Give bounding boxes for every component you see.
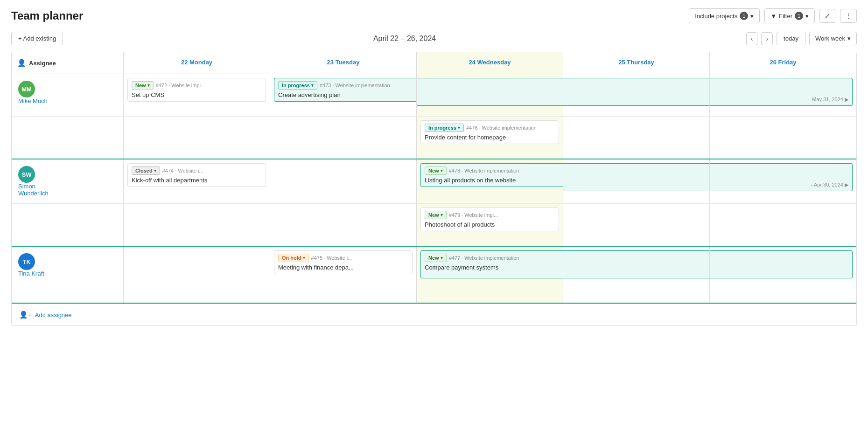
expand-icon: ⤢: [825, 12, 830, 20]
task-472-title: Set up CMS: [132, 91, 262, 98]
today-label: today: [784, 35, 798, 42]
task-478-header: New ▾ #478 · Website implementation: [425, 166, 559, 175]
assignee-section-tk: TK Tina Kraft On hold ▾ #475 · Website i…: [12, 247, 856, 304]
add-existing-label: + Add existing: [18, 35, 56, 42]
sw-tue-cell: [270, 159, 417, 203]
task-479-status[interactable]: New ▾: [425, 211, 447, 219]
tk-assignee-cell: TK Tina Kraft: [12, 247, 124, 303]
task-479-header: New ▾ #479 · Website impl...: [425, 211, 555, 219]
tk-thu-cell: [563, 247, 710, 303]
sub-header: + Add existing April 22 – 26, 2024 ‹ › t…: [0, 28, 868, 52]
mm-mon-cell: New ▾ #472 · Website impl... Set up CMS: [124, 74, 270, 116]
col-header-fri: 26 Friday: [710, 52, 856, 74]
add-assignee-label: Add assignee: [35, 311, 72, 318]
sw-row2-assignee: [12, 204, 124, 246]
task-478-title: Listing all products on the website: [425, 177, 559, 184]
task-474-header: Closed ▾ #474 · Website i...: [132, 166, 262, 175]
task-475-id: #475 · Website i...: [311, 255, 352, 261]
mm-name[interactable]: Mike Moch: [18, 97, 48, 104]
sw-mon-cell: Closed ▾ #474 · Website i... Kick-off wi…: [124, 159, 270, 203]
prev-button[interactable]: ‹: [746, 32, 758, 45]
mm-row2-fri: [710, 117, 856, 159]
filter-icon: ▼: [770, 13, 777, 20]
add-assignee-icon: 👤+: [19, 311, 32, 319]
include-projects-arrow: ▾: [750, 13, 754, 20]
task-477-id: #477 · Website implementation: [449, 255, 519, 261]
add-existing-button[interactable]: + Add existing: [11, 32, 63, 45]
sw-name[interactable]: Simon Wunderlich: [18, 183, 49, 197]
tk-row-1: TK Tina Kraft On hold ▾ #475 · Website i…: [12, 247, 856, 303]
task-477-status[interactable]: New ▾: [425, 254, 447, 262]
task-474-id: #474 · Website i...: [162, 168, 203, 173]
more-options-button[interactable]: ⋮: [840, 9, 857, 23]
task-473-title: Create advertising plan: [278, 91, 413, 98]
task-473-id: #473 · Website implementation: [320, 83, 390, 88]
sw-row2-thu: [563, 204, 710, 246]
tk-name[interactable]: Tina Kraft: [18, 270, 44, 277]
task-472-id: #472 · Website impl...: [156, 83, 205, 88]
sw-thu-cell: [563, 159, 710, 203]
task-479-title: Photoshoot of all products: [425, 221, 555, 228]
assignee-section-mm: MM Mike Moch New ▾ #472 · Website impl..…: [12, 74, 856, 159]
task-476-id: #476 · Website implementation: [466, 125, 537, 131]
sw-row2-mon: [124, 204, 270, 246]
view-arrow: ▾: [847, 35, 851, 42]
col-header-mon: 22 Monday: [124, 52, 270, 74]
include-projects-badge: 1: [740, 12, 748, 20]
sw-row-2: New ▾ #479 · Website impl... Photoshoot …: [12, 203, 856, 246]
include-projects-button[interactable]: Include projects 1 ▾: [689, 8, 760, 23]
mm-row-1: MM Mike Moch New ▾ #472 · Website impl..…: [12, 74, 856, 116]
grid-footer: 👤+ Add assignee: [12, 304, 856, 325]
mm-row2-assignee: [12, 117, 124, 159]
task-474-title: Kick-off with all departments: [132, 177, 262, 184]
date-range: April 22 – 26, 2024: [373, 35, 436, 43]
add-assignee-button[interactable]: 👤+ Add assignee: [19, 311, 72, 319]
filter-label: Filter: [779, 13, 792, 20]
task-472-header: New ▾ #472 · Website impl...: [132, 81, 262, 90]
tk-tue-cell: On hold ▾ #475 · Website i... Meeting wi…: [270, 247, 417, 303]
sw-row-1: SW Simon Wunderlich Closed ▾ #474 · Webs…: [12, 159, 856, 203]
more-icon: ⋮: [845, 12, 852, 20]
sw-fri-cell: - Apr 30, 2024 ▶: [710, 159, 856, 203]
nav-controls: ‹ › today Work week ▾: [746, 32, 857, 45]
col-header-wed: 24 Wednesday: [417, 52, 563, 74]
mm-row2-tue: [270, 117, 417, 159]
col-assignee-label: Assignee: [29, 60, 56, 67]
sw-row2-fri: [710, 204, 856, 246]
mm-row-2: In progress ▾ #476 · Website implementat…: [12, 116, 856, 159]
mm-row2-mon: [124, 117, 270, 159]
mm-thu-cell: [563, 74, 710, 116]
task-475: On hold ▾ #475 · Website i... Meeting wi…: [274, 250, 413, 274]
filter-button[interactable]: ▼ Filter 1 ▾: [764, 8, 815, 23]
next-button[interactable]: ›: [761, 32, 773, 45]
expand-button[interactable]: ⤢: [819, 9, 835, 23]
col-header-assignee: 👤 Assignee: [12, 52, 124, 74]
view-selector[interactable]: Work week ▾: [809, 32, 857, 45]
mm-tue-cell: In progress ▾ #473 · Website implementat…: [270, 74, 417, 116]
task-473-status[interactable]: In progress ▾: [278, 81, 317, 90]
task-475-header: On hold ▾ #475 · Website i...: [278, 254, 408, 262]
task-476-status[interactable]: In progress ▾: [425, 124, 464, 132]
task-478-status[interactable]: New ▾: [425, 166, 447, 175]
task-479: New ▾ #479 · Website impl... Photoshoot …: [420, 208, 559, 231]
mm-row2-thu: [563, 117, 710, 159]
tk-wed-cell: New ▾ #477 · Website implementation Comp…: [417, 247, 563, 303]
col-header-thu: 25 Thursday: [563, 52, 710, 74]
tk-mon-cell: [124, 247, 270, 303]
task-472-status[interactable]: New ▾: [132, 81, 154, 90]
task-474-status[interactable]: Closed ▾: [132, 166, 160, 175]
sw-wed-cell: New ▾ #478 · Website implementation List…: [417, 159, 563, 203]
task-477-header: New ▾ #477 · Website implementation: [425, 254, 559, 262]
assignee-section-sw: SW Simon Wunderlich Closed ▾ #474 · Webs…: [12, 159, 856, 247]
today-button[interactable]: today: [777, 32, 805, 45]
filter-arrow: ▾: [805, 13, 809, 20]
view-label: Work week: [815, 35, 845, 42]
page-title: Team planner: [11, 9, 83, 22]
sw-assignee-cell: SW Simon Wunderlich: [12, 159, 124, 203]
task-475-status[interactable]: On hold ▾: [278, 254, 309, 262]
mm-row2-wed: In progress ▾ #476 · Website implementat…: [417, 117, 563, 159]
header-controls: Include projects 1 ▾ ▼ Filter 1 ▾ ⤢ ⋮: [689, 8, 857, 23]
sw-row2-wed: New ▾ #479 · Website impl... Photoshoot …: [417, 204, 563, 246]
mm-wed-cell: [417, 74, 563, 116]
tk-avatar: TK: [18, 253, 35, 270]
